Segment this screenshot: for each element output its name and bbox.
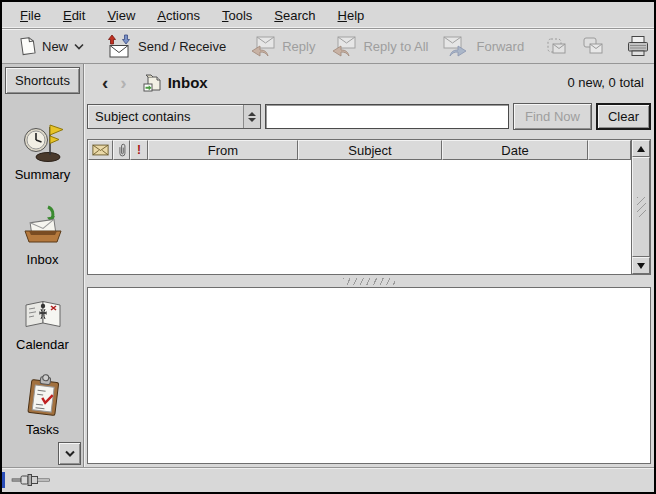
reply-to-all-icon — [329, 35, 357, 57]
new-button[interactable]: New — [12, 33, 91, 59]
mail-view: ‹ › Inbox 0 new, 0 total Subject cont — [84, 64, 654, 467]
sidebar-item-calendar[interactable]: Calendar — [2, 289, 83, 352]
scroll-up-icon — [637, 146, 645, 152]
folder-title: Inbox — [168, 74, 208, 91]
inbox-folder-icon — [143, 74, 162, 92]
sidebar-label-inbox: Inbox — [27, 252, 59, 267]
send-receive-button[interactable]: Send / Receive — [99, 31, 233, 61]
menu-actions[interactable]: Actions — [147, 3, 212, 28]
move-message-button — [575, 33, 611, 59]
progress-indicator — [2, 472, 5, 488]
sidebar-label-summary: Summary — [15, 167, 71, 182]
menu-help[interactable]: Help — [328, 3, 377, 28]
sidebar-label-calendar: Calendar — [16, 337, 69, 352]
nav-forward-button: › — [114, 73, 132, 92]
forward-button: Forward — [435, 32, 531, 60]
copy-message-icon — [546, 36, 568, 56]
menu-view[interactable]: View — [97, 3, 147, 28]
menu-edit[interactable]: Edit — [53, 3, 97, 28]
app-body: Shortcuts Summary — [2, 64, 654, 467]
copy-message-button — [539, 33, 575, 59]
column-date[interactable]: Date — [442, 140, 588, 160]
message-table-header: ! From Subject Date — [88, 140, 631, 160]
scroll-down-button[interactable] — [632, 257, 650, 274]
message-list-empty-area — [88, 160, 631, 274]
chevron-down-icon — [64, 450, 76, 458]
message-table: ! From Subject Date — [88, 140, 631, 274]
column-filler — [588, 140, 631, 160]
message-status-icon — [92, 144, 109, 156]
folder-header-bar: ‹ › Inbox 0 new, 0 total — [84, 64, 654, 101]
search-filter-dropdown[interactable]: Subject contains — [87, 104, 261, 129]
scrollbar-grip-icon — [637, 197, 646, 217]
find-now-button: Find Now — [513, 103, 592, 130]
message-list-scrollbar[interactable] — [631, 140, 650, 274]
print-icon — [626, 35, 650, 57]
sidebar-item-inbox[interactable]: Inbox — [2, 204, 83, 267]
sidebar-item-summary[interactable]: Summary — [2, 119, 83, 182]
status-bar — [2, 467, 654, 492]
clear-button[interactable]: Clear — [596, 103, 651, 130]
reply-button: Reply — [241, 32, 322, 60]
move-message-icon — [582, 36, 604, 56]
new-document-icon — [19, 36, 36, 56]
menu-file[interactable]: File — [10, 3, 53, 28]
sidebar-label-tasks: Tasks — [26, 422, 59, 437]
sidebar-item-tasks[interactable]: Tasks — [2, 374, 83, 437]
calendar-icon — [21, 289, 65, 333]
send-receive-icon — [106, 34, 132, 58]
column-from[interactable]: From — [148, 140, 298, 160]
priority-icon: ! — [137, 143, 141, 157]
print-button[interactable] — [619, 32, 656, 60]
scroll-down-icon — [637, 263, 645, 269]
reply-to-all-button: Reply to All — [322, 32, 435, 60]
column-subject[interactable]: Subject — [298, 140, 442, 160]
toolbar: New Send / Receive — [2, 29, 654, 64]
evolution-window: File Edit View Actions Tools Search Help… — [0, 0, 656, 494]
forward-icon — [442, 35, 470, 57]
splitter-grip-icon — [343, 278, 395, 285]
chevron-down-icon — [74, 43, 84, 50]
reply-icon — [248, 35, 276, 57]
attachment-icon — [117, 143, 127, 158]
message-list-pane: ! From Subject Date — [87, 139, 651, 275]
message-preview-pane — [87, 287, 651, 464]
scrollbar-thumb[interactable] — [632, 157, 650, 257]
tasks-icon — [21, 374, 65, 418]
combo-arrows-icon — [243, 105, 260, 128]
search-input[interactable] — [265, 104, 509, 129]
sidebar-scroll-down-button[interactable] — [58, 442, 81, 465]
menu-tools[interactable]: Tools — [212, 3, 264, 28]
shortcuts-sidebar: Shortcuts Summary — [2, 64, 84, 467]
menu-search[interactable]: Search — [264, 3, 327, 28]
column-message-status[interactable] — [88, 140, 113, 160]
scroll-up-button[interactable] — [632, 140, 650, 157]
column-priority[interactable]: ! — [130, 140, 148, 160]
shortcuts-group-button[interactable]: Shortcuts — [5, 67, 80, 94]
nav-back-button[interactable]: ‹ — [96, 73, 114, 92]
inbox-icon — [21, 204, 65, 248]
column-attachment[interactable] — [113, 140, 130, 160]
summary-icon — [21, 119, 65, 163]
search-bar: Subject contains Find Now Clear — [84, 101, 654, 139]
pane-splitter[interactable] — [84, 275, 654, 287]
menu-bar: File Edit View Actions Tools Search Help — [2, 2, 654, 29]
folder-message-count: 0 new, 0 total — [567, 75, 644, 90]
plug-icon[interactable] — [11, 472, 55, 488]
